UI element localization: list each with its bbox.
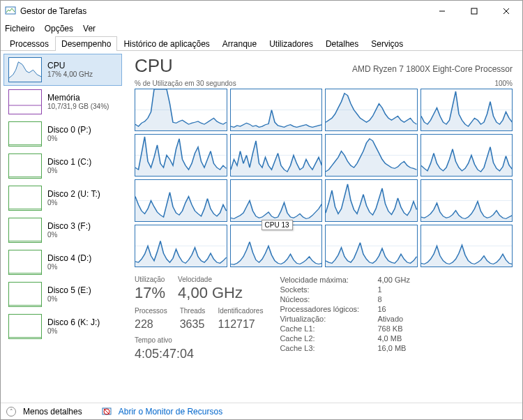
- svg-marker-11: [326, 93, 417, 130]
- stat-label: Identificadores: [218, 307, 263, 315]
- graph-label-right: 100%: [494, 80, 513, 87]
- spec-value: 1: [377, 285, 409, 294]
- sidebar-item-title: CPU: [47, 61, 93, 70]
- graph-label-left: % de Utilização em 30 segundos: [135, 80, 236, 87]
- cpu-cell-11[interactable]: [420, 179, 513, 222]
- detail-pane: CPU AMD Ryzen 7 1800X Eight-Core Process…: [125, 51, 522, 404]
- svg-marker-37: [421, 245, 513, 267]
- sidebar-item-title: Disco 2 (U: T:): [47, 189, 100, 199]
- spec-key: Processadores lógicos:: [280, 305, 377, 313]
- cpu-cell-1[interactable]: [230, 89, 323, 131]
- cpu-cell-9[interactable]: [230, 179, 323, 222]
- sidebar-item-title: Disco 6 (K: J:): [47, 317, 100, 327]
- mini-chart: [8, 282, 42, 307]
- tab-performance[interactable]: Desempenho: [55, 36, 117, 51]
- cpu-cell-0[interactable]: [135, 89, 227, 131]
- detail-title: CPU: [135, 55, 173, 77]
- open-resource-monitor-link[interactable]: Abrir o Monitor de Recursos: [119, 407, 222, 417]
- stat-label: Threads: [180, 307, 206, 315]
- cpu-tooltip: CPU 13: [262, 220, 293, 230]
- cpu-cell-8[interactable]: [135, 179, 227, 222]
- sidebar-item-sub: 10,7/31,9 GB (34%): [47, 103, 109, 111]
- cpu-cell-5[interactable]: [230, 134, 323, 177]
- svg-marker-27: [326, 184, 417, 221]
- spec-value: 8: [377, 295, 409, 303]
- maximize-button[interactable]: [458, 1, 490, 22]
- stat-value: 17%: [135, 285, 165, 301]
- cpu-cell-7[interactable]: [420, 134, 513, 177]
- tab-processes[interactable]: Processos: [3, 36, 55, 51]
- spec-key: Sockets:: [280, 285, 377, 294]
- uptime-value: 4:05:47:04: [135, 347, 263, 362]
- cpu-cell-3[interactable]: [420, 89, 513, 131]
- cpu-cell-15[interactable]: [420, 225, 513, 267]
- sidebar-item-disco-3-f-[interactable]: Disco 3 (F:)0%: [3, 214, 122, 246]
- sidebar-item-title: Disco 1 (C:): [47, 157, 91, 167]
- mini-chart: [8, 314, 42, 339]
- cpu-cell-2[interactable]: [325, 89, 418, 131]
- sidebar-item-title: Disco 3 (F:): [47, 221, 91, 231]
- mini-chart: [8, 250, 42, 275]
- svg-marker-15: [135, 137, 227, 176]
- stat-value: 112717: [218, 317, 263, 331]
- menubar: Ficheiro Opções Ver: [1, 22, 522, 36]
- cpu-cell-13[interactable]: CPU 13: [230, 225, 323, 267]
- tab-services[interactable]: Serviços: [365, 36, 409, 51]
- stat-value: 3635: [180, 317, 206, 331]
- stat-value: 228: [135, 317, 167, 331]
- sidebar-item-title: Disco 0 (P:): [47, 125, 91, 135]
- sidebar-item-disco-4-d-[interactable]: Disco 4 (D:)0%: [3, 246, 122, 278]
- cpu-cell-12[interactable]: [135, 225, 227, 267]
- sidebar-item-title: Disco 5 (E:): [47, 285, 91, 295]
- fewer-details-link[interactable]: Menos detalhes: [23, 407, 82, 417]
- chevron-up-icon[interactable]: ˄: [6, 407, 16, 417]
- window-title: Gestor de Tarefas: [20, 6, 86, 16]
- tab-startup[interactable]: Arranque: [216, 36, 263, 51]
- sidebar-item-disco-5-e-[interactable]: Disco 5 (E:)0%: [3, 278, 122, 310]
- sidebar-item-mem-ria[interactable]: Memória10,7/31,9 GB (34%): [3, 86, 122, 118]
- menu-view[interactable]: Ver: [83, 24, 96, 33]
- tab-details[interactable]: Detalhes: [319, 36, 365, 51]
- cpu-cell-4[interactable]: [135, 134, 227, 177]
- sidebar-item-title: Disco 4 (D:): [47, 253, 91, 263]
- sidebar-item-cpu[interactable]: CPU17% 4,00 GHz: [3, 54, 122, 86]
- stat-value: 4,00 GHz: [178, 285, 243, 301]
- svg-marker-21: [421, 147, 513, 176]
- sidebar-item-sub: 0%: [47, 327, 100, 336]
- spec-key: Virtualização:: [280, 315, 377, 323]
- sidebar-item-sub: 0%: [47, 167, 91, 175]
- spec-key: Núcleos:: [280, 295, 377, 303]
- close-button[interactable]: [490, 1, 522, 22]
- sidebar-item-sub: 17% 4,00 GHz: [47, 70, 93, 79]
- tab-users[interactable]: Utilizadores: [263, 36, 319, 51]
- cpu-graph-grid[interactable]: CPU 13: [135, 89, 513, 267]
- resource-monitor-icon: [102, 407, 112, 417]
- cpu-cell-10[interactable]: [325, 179, 418, 222]
- sidebar-item-disco-0-p-[interactable]: Disco 0 (P:)0%: [3, 118, 122, 150]
- sidebar-item-disco-1-c-[interactable]: Disco 1 (C:)0%: [3, 150, 122, 182]
- mini-chart: [8, 121, 42, 147]
- sidebar-item-sub: 0%: [47, 295, 91, 303]
- tab-app-history[interactable]: Histórico de aplicações: [117, 36, 215, 51]
- stat-label: Velocidade: [178, 276, 243, 283]
- cpu-cell-6[interactable]: [325, 134, 418, 177]
- minimize-button[interactable]: [426, 1, 458, 22]
- stat-label: Utilização: [135, 276, 165, 283]
- detail-cpu-name: AMD Ryzen 7 1800X Eight-Core Processor: [352, 64, 513, 74]
- sidebar-item-sub: 0%: [47, 135, 91, 143]
- menu-options[interactable]: Opções: [45, 24, 73, 33]
- menu-file[interactable]: Ficheiro: [5, 24, 35, 33]
- sidebar-item-sub: 0%: [47, 231, 91, 239]
- svg-marker-5: [9, 62, 41, 82]
- spec-value: 16: [377, 305, 409, 313]
- resource-list: CPU17% 4,00 GHzMemória10,7/31,9 GB (34%)…: [1, 51, 125, 404]
- sidebar-item-disco-6-k-j-[interactable]: Disco 6 (K: J:)0%: [3, 310, 122, 343]
- spec-value: 4,00 GHz: [377, 276, 409, 284]
- sidebar-item-disco-2-u-t-[interactable]: Disco 2 (U: T:)0%: [3, 182, 122, 214]
- sidebar-item-sub: 0%: [47, 263, 91, 271]
- sidebar-item-title: Memória: [47, 93, 109, 103]
- cpu-cell-14[interactable]: [325, 225, 418, 267]
- spec-key: Cache L3:: [280, 344, 377, 352]
- spec-value: 4,0 MB: [377, 334, 409, 343]
- app-icon: [5, 6, 16, 17]
